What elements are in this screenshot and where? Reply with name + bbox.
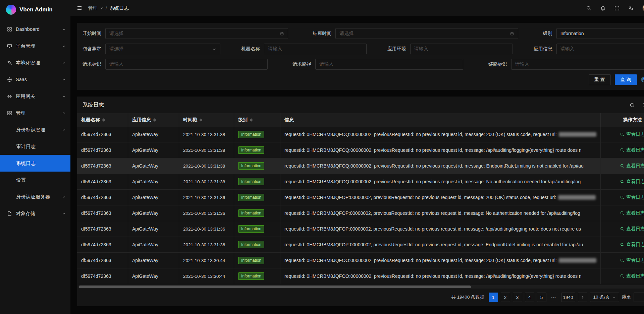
- level-badge: Information: [238, 131, 264, 138]
- page-button-1[interactable]: 1: [489, 293, 498, 302]
- table-row[interactable]: df5974d72363 ApiGateWay 2021-10-30 13:31…: [77, 127, 644, 142]
- menu-fold-icon[interactable]: [76, 5, 83, 11]
- request-id-input[interactable]: 请输入: [105, 59, 268, 70]
- next-page-button[interactable]: [578, 293, 587, 302]
- cell-actions: 查看日志: [601, 174, 644, 189]
- reset-button[interactable]: 重 置: [589, 74, 611, 85]
- column-header-level[interactable]: 级别: [234, 113, 280, 127]
- sidebar-item-label: 系统日志: [16, 160, 36, 167]
- cell-actions: 查看日志: [601, 190, 644, 205]
- view-log-link[interactable]: 查看日志: [620, 179, 644, 185]
- cell-timestamp: 2021-10-30 13:31:36: [179, 237, 234, 252]
- column-header-message: 信息: [280, 113, 601, 127]
- level-field: 级别 Information: [543, 28, 644, 39]
- view-log-link[interactable]: 查看日志: [620, 257, 644, 263]
- localization-icon: [7, 60, 12, 66]
- chevron-down-icon: [62, 27, 66, 31]
- view-log-link[interactable]: 查看日志: [620, 163, 644, 169]
- cell-actions: 查看日志: [601, 221, 644, 237]
- view-log-link[interactable]: 查看日志: [620, 194, 644, 200]
- table-row[interactable]: df5974d72363 ApiGateWay 2021-10-30 13:30…: [77, 253, 644, 268]
- app-env-field: 应用环境 请输入: [387, 44, 513, 54]
- logo-icon: [6, 5, 16, 15]
- app-info-input[interactable]: 请输入: [556, 44, 644, 54]
- app-env-input[interactable]: 请输入: [410, 44, 513, 54]
- table-row[interactable]: df5974d72363 ApiGateWay 2021-10-30 13:31…: [77, 158, 644, 174]
- cell-app-info: ApiGateWay: [128, 253, 179, 268]
- page-ellipsis[interactable]: •••: [549, 293, 558, 302]
- app-info-label: 应用信息: [534, 46, 556, 52]
- font-size-icon[interactable]: [641, 102, 644, 108]
- page-button-2[interactable]: 2: [501, 293, 510, 302]
- sort-icon[interactable]: [102, 118, 105, 122]
- sidebar-item-object-storage[interactable]: 对象存储: [0, 205, 70, 222]
- sidebar-item-dashboard[interactable]: Dashboard: [0, 21, 70, 38]
- table-row[interactable]: df5974d72363 ApiGateWay 2021-10-30 13:31…: [77, 142, 644, 158]
- view-log-link[interactable]: 查看日志: [620, 273, 644, 279]
- translate-icon[interactable]: [628, 5, 634, 11]
- table-row[interactable]: df5974d72363 ApiGateWay 2021-10-30 13:31…: [77, 205, 644, 221]
- view-log-icon: [620, 258, 625, 263]
- logo[interactable]: Vben Admin: [0, 0, 70, 19]
- page-size-select[interactable]: 10 条/页: [590, 293, 620, 302]
- view-log-icon: [620, 211, 625, 215]
- sidebar-item-gateway[interactable]: 应用网关: [0, 88, 70, 105]
- page-button-1940[interactable]: 1940: [561, 293, 575, 302]
- pagination: 共 19400 条数据 12345•••1940 10 条/页 跳至 页: [77, 289, 644, 306]
- machine-name-input[interactable]: 请输入: [264, 44, 367, 54]
- view-log-link[interactable]: 查看日志: [620, 147, 644, 153]
- sidebar-item-label: 审计日志: [16, 143, 36, 150]
- view-log-link[interactable]: 查看日志: [620, 242, 644, 248]
- cell-actions: 查看日志: [601, 158, 644, 174]
- sort-icon[interactable]: [153, 118, 156, 122]
- sidebar-item-system-logs[interactable]: 系统日志: [0, 155, 70, 172]
- breadcrumb-section[interactable]: 管理: [88, 5, 98, 11]
- level-select[interactable]: Information: [556, 28, 644, 39]
- page-button-4[interactable]: 4: [525, 293, 534, 302]
- trace-id-input[interactable]: 请输入: [511, 59, 644, 70]
- scrollbar-thumb[interactable]: [79, 286, 471, 288]
- start-time-input[interactable]: 请选择: [105, 28, 288, 39]
- bell-icon[interactable]: [600, 5, 606, 11]
- page-button-5[interactable]: 5: [537, 293, 546, 302]
- sidebar-item-identity[interactable]: 身份标识管理: [0, 121, 70, 138]
- sidebar-item-auth-server[interactable]: 身份认证服务器: [0, 188, 70, 205]
- sidebar-item-saas[interactable]: Saas: [0, 71, 70, 88]
- collapse-link[interactable]: 收起: [641, 77, 644, 83]
- search-icon[interactable]: [586, 5, 592, 11]
- table-row[interactable]: df5974d72363 ApiGateWay 2021-10-30 13:30…: [77, 268, 644, 284]
- end-time-input[interactable]: 请选择: [335, 28, 518, 39]
- jump-page-input[interactable]: [634, 293, 644, 302]
- request-path-input[interactable]: 请输入: [315, 59, 463, 70]
- app-info-field: 应用信息 请输入: [534, 44, 644, 54]
- table-row[interactable]: df5974d72363 ApiGateWay 2021-10-30 13:31…: [77, 237, 644, 253]
- sidebar-item-label: 应用网关: [16, 93, 35, 100]
- sidebar-item-manage[interactable]: 管理: [0, 105, 70, 121]
- page-button-3[interactable]: 3: [513, 293, 522, 302]
- column-header-machine[interactable]: 机器名称: [77, 113, 128, 127]
- table-row[interactable]: df5974d72363 ApiGateWay 2021-10-30 13:31…: [77, 221, 644, 237]
- sort-icon[interactable]: [200, 118, 202, 122]
- sidebar-item-audit-logs[interactable]: 审计日志: [0, 138, 70, 155]
- sidebar-item-label: 平台管理: [16, 43, 35, 49]
- view-log-link[interactable]: 查看日志: [620, 210, 644, 216]
- refresh-icon[interactable]: [629, 102, 635, 108]
- view-log-link[interactable]: 查看日志: [620, 226, 644, 232]
- view-log-link[interactable]: 查看日志: [620, 131, 644, 137]
- search-button[interactable]: 查 询: [615, 74, 637, 85]
- table-row[interactable]: df5974d72363 ApiGateWay 2021-10-30 13:31…: [77, 174, 644, 190]
- avatar[interactable]: [642, 4, 644, 12]
- view-log-icon: [620, 274, 625, 278]
- fullscreen-icon[interactable]: [614, 5, 620, 11]
- sort-icon[interactable]: [250, 118, 253, 122]
- include-exception-select[interactable]: 请选择: [105, 44, 220, 54]
- table-row[interactable]: df5974d72363 ApiGateWay 2021-10-30 13:31…: [77, 190, 644, 205]
- column-header-timestamp[interactable]: 时间戳: [179, 113, 234, 127]
- cell-app-info: ApiGateWay: [128, 142, 179, 158]
- jump-prefix-label: 跳至: [622, 294, 631, 300]
- gateway-icon: [7, 93, 12, 99]
- sidebar-item-settings[interactable]: 设置: [0, 172, 70, 188]
- sidebar-item-localization[interactable]: 本地化管理: [0, 54, 70, 71]
- column-header-app[interactable]: 应用信息: [128, 113, 179, 127]
- sidebar-item-platform[interactable]: 平台管理: [0, 38, 70, 54]
